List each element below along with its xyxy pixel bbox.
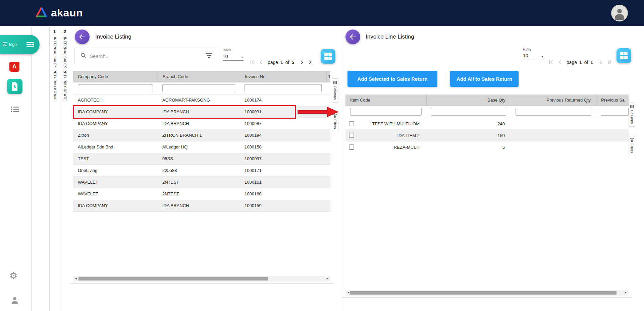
last-page-button[interactable] xyxy=(606,59,613,66)
first-page-button[interactable] xyxy=(249,59,256,66)
column-header-previous-returned-qty[interactable]: Previous Returned Qty xyxy=(511,95,596,106)
column-header-base-qty[interactable]: Base Qty xyxy=(426,95,511,106)
table-row[interactable]: OneLiving 225588 1000171 xyxy=(73,165,330,177)
scrollbar-thumb[interactable] xyxy=(78,277,268,281)
logo-alt-text: logo xyxy=(9,42,17,47)
invoice-table-body: AGROTECH AGROMART-PAKSONG 1000174 IDA CO… xyxy=(73,95,330,212)
row-checkbox[interactable] xyxy=(349,121,354,126)
rows-per-page-select[interactable]: 10 ▾ xyxy=(223,52,244,61)
pagination: page 1 of 5 xyxy=(249,58,314,67)
columns-toggle-button[interactable]: Columns xyxy=(629,103,635,127)
brand-name: akaun xyxy=(51,7,83,19)
user-avatar[interactable] xyxy=(611,5,628,21)
prev-page-button[interactable] xyxy=(556,59,563,66)
columns-label: Columns xyxy=(630,110,634,124)
next-page-button[interactable] xyxy=(299,59,305,66)
grid-view-button[interactable] xyxy=(321,49,335,64)
sales-document-app-icon[interactable]: $ xyxy=(7,79,22,94)
table-row[interactable]: AiLedger Sdn Bhd AiLedger HQ 1000150 xyxy=(73,141,330,153)
column-header-clipped[interactable]: Previous Sa xyxy=(596,95,629,106)
table-row[interactable]: WAVELET 2NTEST 1000160 xyxy=(73,188,330,200)
column-header-branch-code[interactable]: Branch Code xyxy=(158,71,240,82)
table-header: Company Code Branch Code Invoice No T xyxy=(73,71,330,82)
pdf-app-icon[interactable]: A xyxy=(9,62,19,72)
table-row[interactable]: TEST WITH MULTIUOM 240 xyxy=(345,118,629,130)
add-all-button[interactable]: Add All to Sales Return xyxy=(450,71,519,87)
horizontal-scrollbar[interactable]: ◄ ► xyxy=(73,276,330,282)
filter-list-icon[interactable] xyxy=(206,53,212,59)
filters-label: Filters xyxy=(630,143,634,153)
menu-open-icon xyxy=(26,42,34,48)
tab-internal-sales-return-create[interactable]: 2 INTERNAL SALES RETURN CREATE xyxy=(60,26,70,311)
columns-toggle-button[interactable]: Columns xyxy=(332,78,338,103)
invoice-listing-panel: Invoice Listing Rows 10 ▾ page xyxy=(70,26,342,311)
list-menu-icon[interactable] xyxy=(11,106,19,114)
table-row[interactable]: WAVELET 2NTEST 1000161 xyxy=(73,177,330,188)
table-row[interactable]: Zitron ZITRON BRANCH 1 1000194 xyxy=(73,130,330,141)
filter-input-branch-code[interactable] xyxy=(162,84,235,92)
tab-label: INTERNAL SALES RETURN LISTING xyxy=(52,37,57,101)
rows-label: Rows xyxy=(523,48,544,51)
table-row[interactable]: REZA-MULTI 5 xyxy=(345,141,629,153)
add-selected-button[interactable]: Add Selected to Sales Return xyxy=(347,71,437,87)
back-button[interactable] xyxy=(345,29,360,44)
brand-logo[interactable]: akaun xyxy=(35,7,83,19)
next-page-button[interactable] xyxy=(597,59,604,66)
settings-gear-icon[interactable]: ⚙ xyxy=(9,271,17,281)
dollar-document-icon: $ xyxy=(11,82,19,91)
grid-icon xyxy=(620,52,628,59)
filter-input-clipped[interactable] xyxy=(601,108,629,116)
row-checkbox[interactable] xyxy=(349,133,354,138)
scroll-right-arrow[interactable]: ► xyxy=(624,291,627,294)
column-header-invoice-no[interactable]: Invoice No xyxy=(240,71,326,82)
tab-number: 2 xyxy=(60,26,70,34)
tab-number: 1 xyxy=(50,26,60,34)
back-button[interactable] xyxy=(75,29,90,44)
scroll-left-arrow[interactable]: ◄ xyxy=(347,291,350,294)
columns-label: Columns xyxy=(333,86,337,100)
table-side-strip: Columns Filters xyxy=(332,78,338,132)
column-header-item-code[interactable]: Item Code xyxy=(345,95,426,106)
chevron-down-icon: ▾ xyxy=(541,55,543,58)
svg-text:$: $ xyxy=(14,84,16,89)
table-row-highlighted[interactable]: IDA COMPANY IDA BRANCH 1000091 xyxy=(73,106,330,118)
table-row[interactable]: AGROTECH AGROMART-PAKSONG 1000174 xyxy=(73,95,330,106)
sidebar: logo A $ ⚙ xyxy=(0,26,32,311)
grid-view-button[interactable] xyxy=(616,48,631,63)
page-indicator: page 1 of 1 xyxy=(567,60,594,65)
filter-input-company-code[interactable] xyxy=(78,84,153,92)
filters-toggle-button[interactable]: Filters xyxy=(332,112,338,132)
scrollbar-thumb[interactable] xyxy=(350,291,616,295)
tab-internal-sales-return-listing[interactable]: 1 INTERNAL SALES RETURN LISTING xyxy=(49,26,60,311)
row-checkbox[interactable] xyxy=(349,144,354,150)
column-header-company-code[interactable]: Company Code xyxy=(73,71,158,82)
search-input[interactable] xyxy=(90,53,202,59)
rows-per-page-select[interactable]: 10 ▾ xyxy=(523,51,544,60)
prev-page-button[interactable] xyxy=(258,59,264,66)
table-side-strip: Columns Filters xyxy=(629,103,635,156)
scroll-left-arrow[interactable]: ◄ xyxy=(74,277,77,280)
table-header: Item Code Base Qty Previous Returned Qty… xyxy=(345,95,629,106)
horizontal-scrollbar[interactable]: ◄ ► xyxy=(345,290,629,296)
invoice-line-listing-panel: Invoice Line Listing Rows 10 ▾ page 1 of… xyxy=(342,26,644,311)
invoice-line-table-body: TEST WITH MULTIUOM 240 IDA ITEM 2 150 RE… xyxy=(345,118,629,153)
table-row[interactable]: TEST 05SS 1000097 xyxy=(73,153,330,165)
arrow-back-icon xyxy=(78,33,86,41)
column-header-clipped[interactable]: T xyxy=(326,71,330,82)
filter-input-item-code[interactable] xyxy=(350,108,422,116)
table-row[interactable]: IDA ITEM 2 150 xyxy=(345,130,629,141)
filter-input-base-qty[interactable] xyxy=(431,108,506,116)
table-row[interactable]: IDA COMPANY IDA BRANCH 1000087 xyxy=(73,118,330,130)
rows-label: Rows xyxy=(223,48,244,52)
table-row[interactable]: IDA COMPANY IDA BRANCH 1000159 xyxy=(73,200,330,212)
top-bar: akaun xyxy=(0,0,644,26)
column-filter-row xyxy=(345,106,629,118)
filter-input-previous-returned-qty[interactable] xyxy=(516,108,591,116)
sidebar-logo-toggle[interactable]: logo xyxy=(0,35,40,54)
last-page-button[interactable] xyxy=(307,59,314,66)
filters-toggle-button[interactable]: Filters xyxy=(629,136,635,156)
first-page-button[interactable] xyxy=(548,59,554,66)
filter-input-invoice-no[interactable] xyxy=(245,84,322,92)
scroll-right-arrow[interactable]: ► xyxy=(326,277,329,280)
profile-person-icon[interactable] xyxy=(10,296,19,306)
